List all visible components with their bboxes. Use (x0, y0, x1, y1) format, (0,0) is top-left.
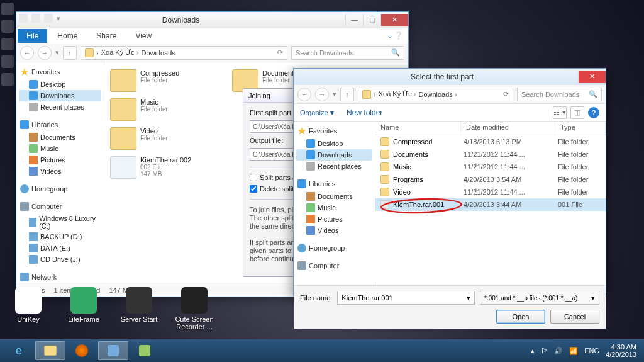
qat-icon[interactable] (31, 14, 40, 23)
nav-videos[interactable]: Videos (19, 166, 101, 177)
nav-downloads[interactable]: Downloads (19, 90, 101, 101)
list-item[interactable]: Music11/21/2012 11:44 ...File folder (375, 161, 606, 173)
new-folder-button[interactable]: New folder (347, 108, 382, 117)
nav-network-header[interactable]: Network (19, 271, 101, 283)
folder-item[interactable]: MusicFile folder (108, 96, 224, 123)
taskbar-app[interactable] (98, 341, 128, 360)
nav-computer-header[interactable]: Computer (296, 260, 372, 271)
navigation-pane[interactable]: Favorites Desktop Downloads Recent place… (294, 122, 375, 285)
taskbar-ie[interactable]: e (4, 341, 34, 360)
desktop-shortcut[interactable]: LifeFrame (64, 287, 103, 331)
nav-recent[interactable]: Recent places (19, 101, 101, 113)
maximize-button[interactable]: ▢ (363, 14, 380, 26)
navigation-pane[interactable]: Favorites Desktop Downloads Recent place… (16, 62, 104, 283)
cancel-button[interactable]: Cancel (550, 310, 599, 324)
titlebar[interactable]: Downloads — ▢ ✕ (16, 12, 408, 28)
desktop-icon[interactable] (1, 3, 14, 15)
breadcrumb-segment[interactable]: Downloads (141, 49, 175, 57)
qat-icon[interactable] (44, 14, 53, 23)
address-path[interactable]: › Xoá Ký Ức Downloads ⟳ (80, 46, 287, 60)
nav-libraries-header[interactable]: Libraries (296, 178, 372, 189)
taskbar[interactable]: e ▴ 🏳 🔊 📶 ENG 4:30 AM4/20/2013 (0, 339, 644, 362)
nav-drive[interactable]: Windows 8 Luxury (C:) (19, 213, 101, 231)
history-dropdown[interactable]: ▾ (333, 90, 336, 98)
nav-drive[interactable]: BACKUP (D:) (19, 231, 101, 242)
folder-item[interactable]: CompressedFile folder (108, 67, 224, 94)
tray-network-icon[interactable]: 📶 (569, 347, 578, 355)
list-item[interactable]: Video11/21/2012 11:44 ...File folder (375, 186, 606, 198)
folder-item[interactable]: VideoFile folder (108, 125, 224, 152)
desktop-icon[interactable] (1, 20, 14, 33)
list-item[interactable]: Programs4/20/2013 3:54 AMFile folder (375, 173, 606, 186)
open-button[interactable]: Open (496, 310, 545, 324)
list-item[interactable]: KiemThe.rar.0014/20/2013 3:44 AM001 File (375, 198, 606, 211)
column-headers[interactable]: Name Date modified Type (375, 122, 606, 135)
ribbon-file-tab[interactable]: File (18, 29, 47, 43)
close-button[interactable]: ✕ (380, 14, 408, 26)
nav-libraries-header[interactable]: Libraries (19, 119, 101, 130)
desktop-shortcut[interactable]: Cute Screen Recorder ... (175, 287, 214, 331)
nav-drive[interactable]: CD Drive (J:) (19, 254, 101, 265)
minimize-button[interactable]: — (345, 14, 363, 26)
desktop-icon[interactable] (1, 55, 14, 68)
nav-recent[interactable]: Recent places (296, 161, 372, 172)
help-icon[interactable]: ? (588, 107, 599, 118)
address-path[interactable]: › Xoá Ký Ức Downloads ⟳ (358, 88, 513, 101)
back-button[interactable]: ← (20, 46, 34, 60)
breadcrumb-segment[interactable]: Xoá Ký Ức (101, 48, 139, 57)
up-button[interactable]: ↑ (63, 46, 77, 60)
col-date[interactable]: Date modified (461, 122, 555, 135)
desktop-shortcut[interactable]: Server Start (119, 287, 158, 331)
tray-lang[interactable]: ENG (584, 347, 599, 354)
ribbon-expand-icon[interactable]: ⌄ ❔ (382, 31, 408, 40)
tray-expand-icon[interactable]: ▴ (531, 347, 535, 355)
forward-button[interactable]: → (315, 88, 329, 101)
nav-documents[interactable]: Documents (296, 191, 372, 202)
chevron-down-icon[interactable]: ▾ (467, 294, 470, 302)
titlebar[interactable]: Select the first part ✕ (294, 69, 606, 85)
col-name[interactable]: Name (375, 122, 461, 135)
nav-music[interactable]: Music (296, 202, 372, 213)
organize-button[interactable]: Organize ▾ (300, 108, 334, 117)
file-list[interactable]: Name Date modified Type Compressed4/18/2… (375, 122, 606, 285)
up-button[interactable]: ↑ (340, 88, 354, 101)
nav-downloads[interactable]: Downloads (296, 149, 372, 161)
system-tray[interactable]: ▴ 🏳 🔊 📶 ENG 4:30 AM4/20/2013 (531, 343, 640, 358)
nav-music[interactable]: Music (19, 143, 101, 154)
search-input[interactable]: Search Downloads 🔍 (517, 88, 602, 101)
tray-volume-icon[interactable]: 🔊 (554, 347, 563, 355)
desktop-icon[interactable] (1, 38, 14, 50)
file-item[interactable]: KiemThe.rar.002002 File147 MB (108, 154, 224, 181)
nav-drive[interactable]: DATA (E:) (19, 242, 101, 254)
nav-videos[interactable]: Videos (296, 225, 372, 236)
desktop-icon[interactable] (1, 73, 14, 86)
tray-action-center-icon[interactable]: 🏳 (541, 347, 548, 354)
breadcrumb-segment[interactable]: Xoá Ký Ức (379, 90, 416, 98)
list-item[interactable]: Documents11/21/2012 11:44 ...File folder (375, 148, 606, 161)
search-input[interactable]: Search Downloads 🔍 (291, 46, 404, 60)
file-name-input[interactable]: KiemThe.rar.001▾ (337, 291, 475, 305)
nav-homegroup-header[interactable]: Homegroup (296, 242, 372, 254)
taskbar-explorer[interactable] (35, 341, 65, 360)
breadcrumb-segment[interactable]: Downloads (418, 91, 457, 98)
taskbar-app[interactable] (130, 341, 160, 360)
ribbon-view-tab[interactable]: View (126, 29, 160, 43)
desktop-shortcut[interactable]: UniKey (9, 287, 48, 331)
open-file-dialog[interactable]: Select the first part ✕ ← → ▾ ↑ › Xoá Ký… (293, 68, 606, 296)
history-dropdown[interactable]: ▾ (55, 48, 59, 57)
nav-documents[interactable]: Documents (19, 132, 101, 143)
nav-computer-header[interactable]: Computer (19, 201, 101, 212)
view-mode-button[interactable]: ☷ ▾ (553, 106, 567, 119)
tray-clock[interactable]: 4:30 AM4/20/2013 (606, 343, 636, 358)
preview-pane-button[interactable]: ◫ (570, 106, 584, 119)
back-button[interactable]: ← (297, 88, 311, 101)
close-button[interactable]: ✕ (578, 71, 606, 83)
ribbon-share-tab[interactable]: Share (87, 29, 125, 43)
taskbar-firefox[interactable] (67, 341, 97, 360)
nav-homegroup-header[interactable]: Homegroup (19, 183, 101, 195)
qat-icon[interactable] (19, 14, 28, 23)
chevron-down-icon[interactable]: ▾ (591, 294, 595, 302)
col-type[interactable]: Type (555, 122, 606, 135)
ribbon-home-tab[interactable]: Home (48, 29, 86, 43)
nav-pictures[interactable]: Pictures (296, 213, 372, 225)
